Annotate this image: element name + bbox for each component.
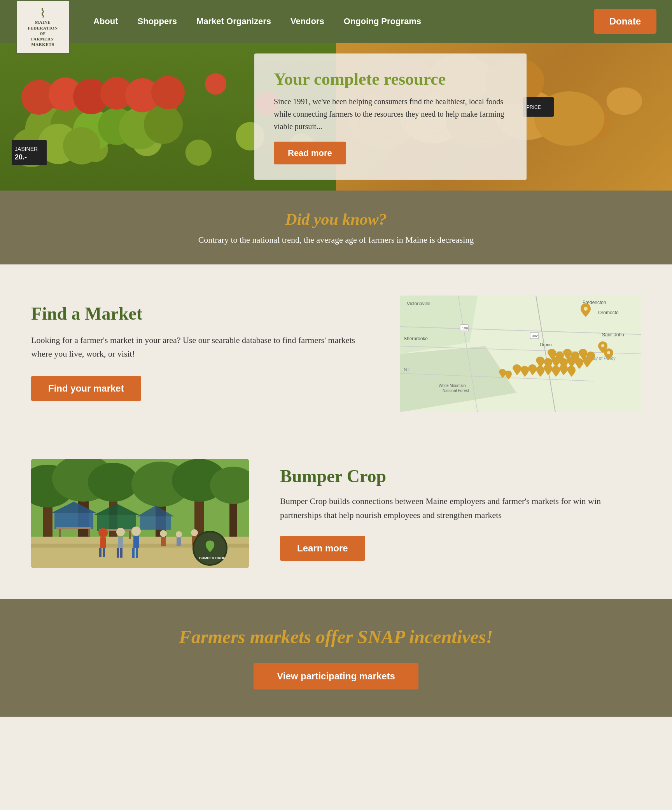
find-market-content: Find a Market Looking for a farmer's mar…	[31, 296, 369, 401]
svg-rect-96	[161, 537, 166, 546]
nav-about[interactable]: About	[93, 16, 118, 26]
svg-text:Victoriaville: Victoriaville	[407, 301, 430, 306]
svg-rect-89	[117, 548, 119, 558]
svg-text:JASINER: JASINER	[15, 146, 38, 152]
svg-rect-85	[99, 548, 102, 557]
snap-section: Farmers markets offer SNAP incentives! V…	[0, 599, 672, 717]
svg-text:Orono: Orono	[540, 342, 552, 347]
svg-rect-94	[136, 548, 138, 558]
find-market-button[interactable]: Find your market	[31, 376, 141, 401]
svg-rect-88	[118, 537, 123, 548]
find-market-section: Find a Market Looking for a farmer's mar…	[0, 264, 672, 443]
svg-text:National Forest: National Forest	[443, 388, 469, 393]
svg-point-97	[176, 531, 182, 537]
svg-text:302: 302	[532, 334, 538, 338]
hero-body: Since 1991, we've been helping consumers…	[274, 95, 507, 133]
site-logo[interactable]: ⌇ MAINEFEDERATIONofFARMERS'MARKETS	[16, 0, 70, 54]
market-scene-svg: BUMPER CROP	[31, 459, 249, 568]
svg-text:20.-: 20.-	[15, 153, 27, 161]
svg-text:Saint John: Saint John	[602, 332, 624, 338]
svg-rect-84	[100, 537, 106, 548]
svg-rect-82	[129, 531, 131, 539]
snap-heading: Farmers markets offer SNAP incentives!	[16, 626, 656, 647]
find-market-heading: Find a Market	[31, 303, 369, 324]
svg-point-99	[191, 529, 198, 536]
nav-shoppers[interactable]: Shoppers	[138, 16, 177, 26]
svg-text:109: 109	[462, 326, 468, 330]
logo-icon: ⌇	[40, 7, 46, 19]
nav-market-organizers[interactable]: Market Organizers	[196, 16, 271, 26]
did-you-know-section: Did you know? Contrary to the national t…	[0, 191, 672, 264]
hero-title: Your complete resource	[274, 69, 507, 89]
bumper-crop-body: Bumper Crop builds connections between M…	[280, 494, 641, 521]
bumper-crop-content: Bumper Crop Bumper Crop builds connectio…	[280, 466, 641, 560]
svg-rect-90	[120, 548, 122, 558]
nav-ongoing-programs[interactable]: Ongoing Programs	[344, 16, 421, 26]
svg-rect-93	[132, 548, 135, 558]
svg-point-8	[63, 127, 100, 164]
svg-marker-71	[54, 513, 93, 529]
main-nav: About Shoppers Market Organizers Vendors…	[93, 16, 594, 26]
donate-button[interactable]: Donate	[594, 9, 656, 34]
view-participating-markets-button[interactable]: View participating markets	[254, 663, 418, 689]
svg-point-83	[98, 528, 108, 537]
site-header: ⌇ MAINEFEDERATIONofFARMERS'MARKETS About…	[0, 0, 672, 43]
svg-text:BUMPER CROP: BUMPER CROP	[199, 556, 226, 560]
svg-rect-15	[12, 140, 47, 165]
svg-rect-79	[88, 529, 90, 537]
svg-point-5	[144, 105, 183, 144]
svg-point-14	[151, 76, 185, 109]
svg-point-55	[607, 351, 610, 354]
svg-rect-98	[177, 537, 181, 546]
nav-vendors[interactable]: Vendors	[290, 16, 324, 26]
svg-rect-86	[103, 548, 105, 557]
map-svg: 109 302 Victoriaville Sherbrooke Frederi…	[400, 296, 641, 412]
svg-marker-75	[140, 516, 171, 530]
svg-rect-77	[56, 527, 91, 529]
learn-more-button[interactable]: Learn more	[280, 536, 365, 561]
svg-point-91	[131, 527, 141, 536]
svg-text:PRICE: PRICE	[527, 105, 541, 110]
svg-point-54	[601, 344, 604, 347]
market-map[interactable]: 109 302 Victoriaville Sherbrooke Frederi…	[400, 296, 641, 412]
logo-text: MAINEFEDERATIONofFARMERS'MARKETS	[28, 19, 58, 47]
svg-rect-78	[59, 529, 61, 537]
hero-content-box: Your complete resource Since 1991, we've…	[254, 54, 527, 180]
bumper-crop-heading: Bumper Crop	[280, 466, 641, 486]
find-market-body: Looking for a farmer's market in your ar…	[31, 333, 369, 360]
did-you-know-body: Contrary to the national trend, the aver…	[16, 235, 656, 245]
svg-text:White Mountain: White Mountain	[439, 383, 466, 388]
svg-point-65	[88, 463, 138, 502]
svg-point-87	[116, 528, 125, 536]
svg-text:NT: NT	[404, 367, 410, 373]
hero-section: JASINER 20.- PRICE	[0, 43, 672, 191]
svg-text:Sherbrooke: Sherbrooke	[404, 336, 428, 341]
read-more-button[interactable]: Read more	[274, 142, 346, 164]
svg-point-53	[584, 307, 588, 311]
bumper-crop-image: BUMPER CROP	[31, 459, 249, 568]
bumper-crop-section: BUMPER CROP Bumper Crop Bumper Crop buil…	[0, 443, 672, 599]
did-you-know-heading: Did you know?	[16, 210, 656, 229]
svg-text:Oromocto: Oromocto	[598, 310, 619, 315]
svg-point-95	[160, 530, 167, 537]
svg-rect-92	[133, 536, 139, 548]
